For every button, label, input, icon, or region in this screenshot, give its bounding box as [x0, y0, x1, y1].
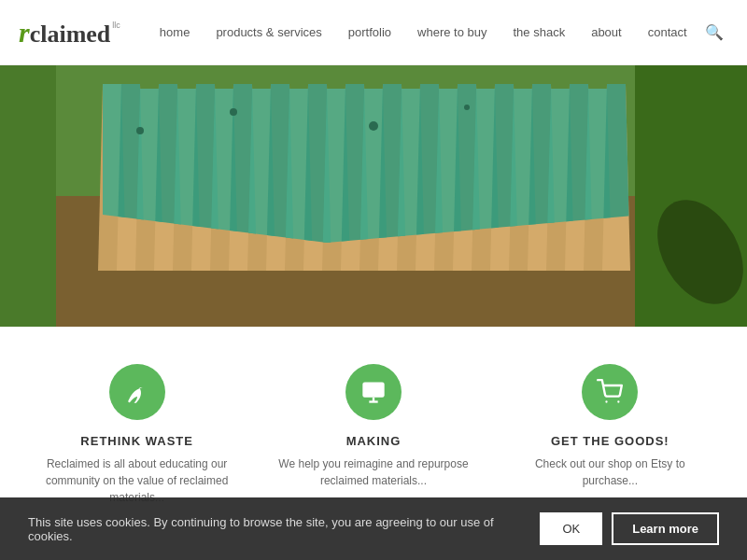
- rethink-icon-circle: [109, 364, 165, 420]
- nav-where-to-buy[interactable]: where to buy: [404, 25, 500, 39]
- search-icon[interactable]: 🔍: [705, 23, 724, 41]
- hero-section: [0, 65, 747, 327]
- cookie-banner: This site uses cookies. By continuing to…: [0, 497, 747, 560]
- site-header: rclaimed llc home products & services po…: [0, 0, 747, 65]
- cookie-learn-more-button[interactable]: Learn more: [612, 512, 719, 545]
- hero-background: [0, 65, 747, 327]
- logo-r: r: [19, 17, 30, 48]
- svg-rect-67: [362, 383, 384, 398]
- card-title-1: RETHINK WASTE: [80, 434, 193, 448]
- svg-point-61: [230, 108, 237, 116]
- nav-the-shack[interactable]: the shack: [500, 25, 579, 39]
- card-text-2: We help you reimagine and repurpose recl…: [271, 455, 476, 489]
- cards-section: RETHINK WASTE Reclaimed is all about edu…: [0, 327, 747, 525]
- nav-home[interactable]: home: [147, 25, 204, 39]
- card-title-2: MAKING: [346, 434, 402, 448]
- card-making: MAKING We help you reimagine and repurpo…: [271, 364, 476, 489]
- logo-claimed: claimed: [30, 21, 111, 48]
- card-title-3: GET THE GOODS!: [551, 434, 669, 448]
- site-logo[interactable]: rclaimed llc: [19, 17, 119, 49]
- svg-point-62: [369, 121, 378, 131]
- svg-point-71: [617, 400, 619, 402]
- hero-svg: [0, 65, 747, 327]
- card-get-goods: GET THE GOODS! Check out our shop on Ets…: [507, 364, 712, 489]
- svg-point-70: [606, 400, 608, 402]
- nav-contact[interactable]: contact: [635, 25, 700, 39]
- nav-about[interactable]: about: [578, 25, 635, 39]
- svg-point-60: [136, 127, 144, 134]
- monitor-icon: [360, 379, 387, 405]
- nav-products[interactable]: products & services: [203, 25, 334, 39]
- cart-icon: [597, 379, 623, 405]
- cart-icon-circle: [582, 364, 638, 420]
- svg-rect-64: [0, 65, 56, 327]
- cookie-message: This site uses cookies. By continuing to…: [28, 515, 521, 543]
- svg-point-63: [464, 105, 470, 110]
- cookie-ok-button[interactable]: OK: [540, 512, 602, 545]
- main-nav: home products & services portfolio where…: [147, 23, 724, 41]
- making-icon-circle: [345, 364, 402, 420]
- card-rethink-waste: RETHINK WASTE Reclaimed is all about edu…: [35, 364, 240, 506]
- card-text-3: Check out our shop on Etsy to purchase..…: [507, 455, 712, 489]
- nav-portfolio[interactable]: portfolio: [335, 25, 404, 39]
- leaf-icon: [124, 379, 150, 405]
- cookie-buttons: OK Learn more: [540, 512, 719, 545]
- logo-llc: llc: [112, 21, 120, 30]
